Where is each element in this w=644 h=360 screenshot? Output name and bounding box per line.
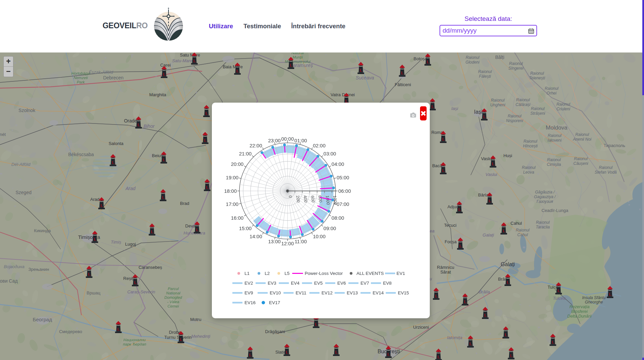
svg-text:Београд: Београд [33, 317, 52, 322]
svg-text:Cahul: Cahul [517, 232, 528, 237]
svg-text:Râmnicu: Râmnicu [437, 265, 454, 270]
svg-text:Telenești: Telenești [529, 76, 545, 80]
svg-text:L: L [435, 294, 438, 298]
svg-text:Bihor: Bihor [144, 123, 155, 129]
svg-text:Arad: Arad [90, 197, 99, 202]
svg-text:Bârla: Bârla [478, 192, 489, 197]
svg-text:EV17: EV17 [269, 300, 280, 305]
svg-text:Satu Mare: Satu Mare [180, 52, 200, 58]
svg-text:Кикинда: Кикинда [34, 228, 51, 233]
svg-text:L: L [510, 353, 513, 358]
svg-text:Domogled: Domogled [164, 295, 182, 299]
svg-text:Вршац: Вршац [86, 290, 101, 295]
svg-text:Focșa: Focșa [445, 239, 457, 244]
svg-text:Fălticeni: Fălticeni [395, 82, 411, 87]
svg-text:L: L [286, 350, 288, 355]
svg-text:Power-Loss Vector: Power-Loss Vector [305, 271, 343, 276]
svg-text:04:00: 04:00 [332, 161, 344, 167]
svg-text:Marghita: Marghita [149, 92, 166, 97]
svg-text:16:00: 16:00 [231, 215, 244, 221]
svg-text:Szolnok: Szolnok [18, 108, 36, 113]
svg-text:Raionul: Raionul [599, 165, 613, 170]
svg-text:L: L [290, 63, 292, 68]
svg-text:nét: nét [0, 132, 6, 137]
svg-text:L: L [504, 332, 507, 337]
svg-text:L: L [464, 299, 466, 304]
svg-text:Raionul: Raionul [574, 156, 588, 161]
svg-text:Mehedinți: Mehedinți [191, 334, 211, 339]
svg-text:EV10: EV10 [270, 290, 281, 295]
svg-text:L1: L1 [244, 271, 250, 276]
svg-text:13:00: 13:00 [268, 239, 281, 244]
svg-text:L: L [162, 195, 164, 200]
svg-text:Botoșa: Botoșa [414, 56, 427, 61]
svg-text:Maramureșului: Maramureșului [285, 60, 310, 64]
svg-text:Raionul: Raionul [548, 133, 562, 138]
svg-text:L: L [112, 160, 114, 165]
svg-text:Munții: Munții [293, 55, 303, 59]
svg-text:L: L [609, 292, 611, 297]
svg-text:L: L [506, 280, 509, 285]
svg-text:Национални: Национални [123, 338, 146, 342]
svg-text:800: 800 [317, 195, 323, 203]
svg-text:EV12: EV12 [321, 290, 333, 295]
svg-text:Sîngerei: Sîngerei [508, 66, 524, 71]
svg-text:Raionul: Raionul [536, 220, 550, 225]
svg-text:600: 600 [310, 195, 315, 203]
svg-text:Park: Park [77, 80, 85, 84]
svg-text:Cimișlia: Cimișlia [547, 162, 561, 167]
svg-text:Carei: Carei [160, 63, 171, 68]
svg-text:1000: 1000 [325, 195, 331, 205]
svg-text:15:00: 15:00 [239, 225, 252, 231]
svg-text:EV15: EV15 [398, 290, 409, 295]
svg-text:Arad: Arad [125, 186, 136, 191]
svg-text:L: L [552, 340, 554, 345]
svg-text:Călărași: Călărași [516, 102, 530, 107]
svg-text:Rezervația: Rezervația [569, 304, 590, 309]
svg-text:EV14: EV14 [373, 290, 384, 295]
svg-text:200: 200 [295, 195, 301, 203]
svg-text:L5: L5 [285, 271, 290, 276]
svg-text:Timiș: Timiș [111, 240, 121, 245]
svg-text:Criuleni: Criuleni [557, 107, 570, 111]
svg-text:Parcul: Parcul [168, 287, 179, 291]
svg-text:400: 400 [303, 195, 308, 203]
svg-text:EV1: EV1 [396, 271, 405, 276]
svg-text:Căușeni: Căușeni [573, 161, 588, 166]
svg-text:Deva: Deva [185, 223, 196, 228]
svg-text:L: L [93, 237, 96, 242]
svg-text:EV6: EV6 [337, 281, 346, 286]
svg-text:Iași: Iași [474, 109, 483, 115]
svg-text:Adjud: Adjud [447, 204, 458, 209]
svg-text:Moldova: Moldova [546, 124, 568, 131]
svg-text:L: L [117, 327, 120, 332]
svg-text:Insula Sfântu: Insula Sfântu [582, 295, 606, 300]
svg-text:L: L [483, 114, 486, 119]
svg-text:L: L [488, 199, 491, 203]
svg-text:L: L [204, 138, 206, 143]
svg-text:L: L [458, 207, 461, 212]
svg-text:L: L [557, 288, 560, 293]
svg-text:Beiuș: Beiuș [152, 153, 163, 158]
svg-text:Huși: Huși [503, 153, 512, 158]
svg-text:Raionul: Raionul [516, 228, 530, 232]
svg-text:Raionul: Raionul [522, 165, 536, 170]
svg-text:ови Сад: ови Сад [0, 278, 18, 284]
svg-text:Vaslui: Vaslui [486, 172, 498, 177]
svg-text:- Valea: - Valea [167, 300, 179, 304]
svg-text:Stefan Vodă: Stefan Vodă [595, 170, 617, 175]
svg-text:L: L [249, 353, 252, 357]
svg-text:Natural: Natural [291, 52, 304, 55]
svg-text:0: 0 [288, 195, 293, 198]
svg-text:02:00: 02:00 [313, 143, 326, 148]
svg-text:Brad: Brad [180, 201, 189, 206]
svg-text:Nemzeti: Nemzeti [74, 76, 88, 80]
svg-text:L: L [484, 313, 487, 318]
svg-text:Debrecen: Debrecen [103, 75, 124, 80]
svg-text:Ceadîr-Lunga: Ceadîr-Lunga [541, 208, 568, 213]
svg-text:EV5: EV5 [314, 281, 323, 286]
svg-text:L: L [236, 69, 239, 73]
svg-text:L: L [469, 341, 472, 346]
svg-text:Orhei: Orhei [546, 91, 557, 96]
svg-text:L: L [502, 228, 505, 233]
